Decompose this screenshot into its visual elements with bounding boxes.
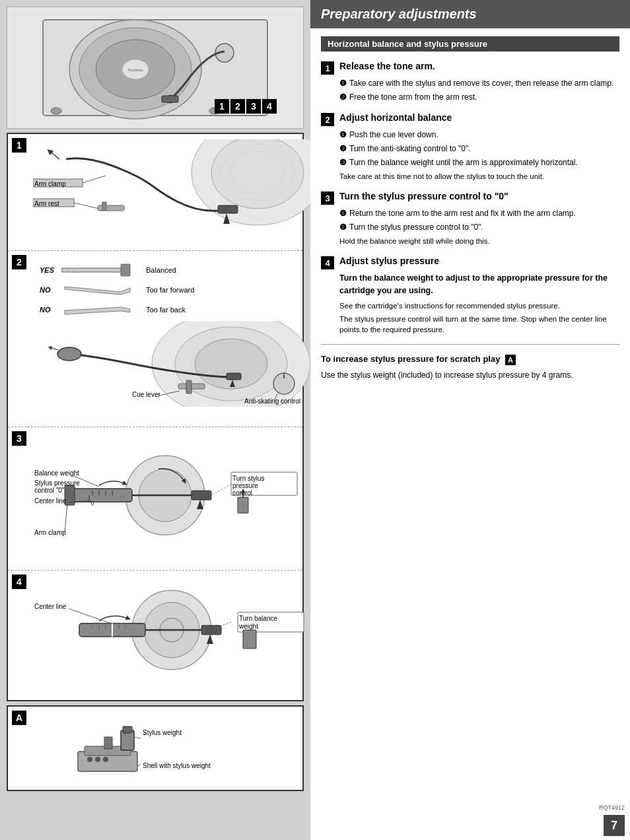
balance-forward: NO Too far forward	[40, 283, 297, 297]
inst-2-header: 2 Adjust horizontal balance	[321, 112, 619, 126]
inst-4-note2: The stylus pressure control will turn at…	[339, 314, 619, 335]
svg-text:Arm clamp: Arm clamp	[34, 180, 66, 188]
scratch-title: To increase stylus pressure for scratch …	[321, 354, 619, 365]
step-2-section: 2 YES Balan	[8, 251, 302, 427]
instruction-1: 1 Release the tone arm. ❶ Take care with…	[321, 61, 619, 103]
step-3-badge: 3	[12, 431, 26, 446]
inst-1-title: Release the tone arm.	[339, 61, 435, 71]
svg-text:Turn balance: Turn balance	[239, 615, 277, 622]
no1-label: NO	[40, 286, 56, 294]
svg-rect-105	[123, 726, 132, 733]
svg-rect-90	[201, 625, 221, 635]
svg-point-103	[103, 757, 108, 762]
steps-container: 1	[7, 133, 304, 701]
svg-point-42	[57, 347, 81, 361]
svg-text:Arm clamp: Arm clamp	[34, 529, 66, 536]
instruction-3: 3 Turn the stylus pressure control to "0…	[321, 191, 619, 246]
step-1-badge: 1	[12, 138, 26, 153]
turntable-svg: Technics 1 2 3 4	[30, 13, 281, 122]
inst-2-sub-2: ❷ Turn the anti-skating control to "0".	[339, 143, 619, 155]
svg-rect-34	[61, 268, 121, 272]
svg-line-28	[83, 176, 106, 183]
step-4-svg: Turn balance weight Center line	[33, 576, 310, 685]
scratch-a-badge: A	[505, 355, 516, 365]
svg-text:Balance weight: Balance weight	[34, 470, 79, 477]
step-1-content: Arm clamp Arm rest	[33, 139, 297, 245]
svg-text:Arm rest: Arm rest	[34, 200, 59, 207]
svg-rect-68	[238, 497, 248, 513]
svg-point-102	[95, 757, 100, 762]
svg-text:4: 4	[267, 101, 272, 112]
svg-line-31	[74, 203, 99, 209]
inst-1-header: 1 Release the tone arm.	[321, 61, 619, 75]
svg-point-11	[51, 108, 61, 114]
inst-3-sub-2: ❷ Turn the stylus pressure control to "0…	[339, 221, 619, 233]
svg-rect-45	[186, 380, 192, 394]
inst-1-sub-2: ❷ Free the tone arm from the arm rest.	[339, 91, 619, 103]
right-body: Horizontal balance and stylus pressure 1…	[310, 28, 630, 425]
page-number-area: 7	[310, 812, 630, 840]
turntable-image: Technics 1 2 3 4	[7, 7, 304, 129]
svg-rect-100	[104, 737, 112, 749]
svg-rect-94	[243, 630, 256, 648]
inst-2-sub-1: ❶ Push the cue lever down.	[339, 129, 619, 141]
inst-3-sub-1: ❶ Return the tone arm to the arm rest an…	[339, 207, 619, 219]
inst-3-body: ❶ Return the tone arm to the arm rest an…	[339, 207, 619, 246]
svg-text:pressure: pressure	[232, 482, 258, 489]
svg-text:Turn stylus: Turn stylus	[232, 475, 265, 482]
step-2-badge: 2	[12, 255, 26, 269]
svg-rect-54	[73, 489, 132, 502]
inst-1-sub-1: ❶ Take care with the stylus and remove i…	[339, 77, 619, 89]
instruction-2: 2 Adjust horizontal balance ❶ Push the c…	[321, 112, 619, 182]
svg-rect-8	[162, 96, 178, 102]
step-1-svg: Arm clamp Arm rest	[33, 139, 310, 235]
step-1-section: 1	[8, 134, 302, 251]
inst-4-bold: Turn the balance weight to adjust to the…	[339, 272, 619, 297]
svg-rect-25	[218, 205, 238, 213]
section-a: A Stylus weight Shell with stylus weight	[7, 705, 304, 791]
step-3-content: 0 Turn	[33, 433, 297, 565]
balanced-label: Balanced	[146, 266, 176, 274]
instruction-4: 4 Adjust stylus pressure Turn the balanc…	[321, 256, 619, 335]
step-3-section: 3 0	[8, 427, 302, 571]
divider	[321, 344, 619, 345]
balance-options: YES Balanced NO	[40, 263, 297, 317]
inst-1-body: ❶ Take care with the stylus and remove i…	[339, 77, 619, 103]
page-title: Preparatory adjustments	[321, 7, 619, 22]
svg-text:weight: weight	[238, 623, 258, 630]
svg-rect-43	[227, 373, 241, 380]
inst-3-header: 3 Turn the stylus pressure control to "0…	[321, 191, 619, 205]
step-4-badge: 4	[12, 575, 26, 589]
svg-text:2: 2	[235, 101, 240, 112]
svg-text:Stylus pressure: Stylus pressure	[34, 479, 80, 487]
svg-line-70	[211, 484, 231, 495]
svg-rect-32	[98, 205, 124, 211]
scratch-section: To increase stylus pressure for scratch …	[321, 354, 619, 381]
svg-rect-63	[192, 491, 211, 500]
inst-4-title: Adjust stylus pressure	[339, 256, 439, 266]
too-far-forward-label: Too far forward	[146, 286, 194, 294]
svg-text:control: control	[232, 489, 252, 497]
inst-2-note: Take care at this time not to allow the …	[339, 171, 619, 182]
step-4-content: Turn balance weight Center line	[33, 576, 297, 695]
a-badge: A	[12, 711, 26, 725]
yes-label: YES	[40, 266, 56, 274]
inst-2-title: Adjust horizontal balance	[339, 112, 452, 123]
inst-3-note: Hold the balance weight still while doin…	[339, 236, 619, 246]
svg-text:Center line: Center line	[34, 497, 67, 505]
rqt-code: RQT4912	[310, 804, 625, 811]
svg-text:1: 1	[219, 101, 225, 112]
left-panel: Technics 1 2 3 4 1	[0, 0, 310, 840]
too-far-back-label: Too far back	[146, 306, 186, 314]
inst-1-num: 1	[321, 61, 334, 75]
svg-text:control "0": control "0"	[34, 487, 65, 494]
svg-text:Stylus weight: Stylus weight	[143, 729, 182, 736]
balance-back: NO Too far back	[40, 302, 297, 317]
svg-text:0: 0	[90, 500, 94, 507]
svg-text:Center line: Center line	[34, 603, 67, 610]
step-4-section: 4	[8, 571, 302, 700]
svg-line-78	[65, 504, 67, 533]
scratch-text: Use the stylus weight (included) to incr…	[321, 369, 619, 381]
svg-line-107	[134, 737, 141, 738]
svg-text:3: 3	[251, 101, 256, 112]
